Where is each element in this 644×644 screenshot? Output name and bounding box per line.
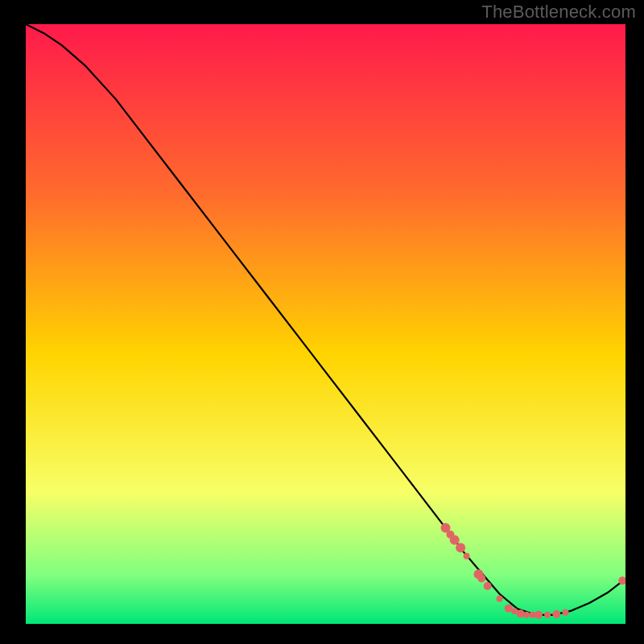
attribution-text: TheBottleneck.com bbox=[481, 2, 636, 23]
chart-svg bbox=[26, 24, 625, 624]
plot-area bbox=[26, 24, 625, 624]
data-marker bbox=[523, 612, 530, 618]
chart-container: TheBottleneck.com bbox=[0, 0, 644, 644]
data-marker bbox=[563, 609, 569, 616]
data-marker bbox=[450, 535, 460, 545]
data-marker bbox=[552, 610, 560, 618]
data-marker bbox=[544, 612, 551, 618]
data-marker bbox=[456, 543, 465, 552]
data-marker bbox=[464, 553, 470, 559]
data-marker bbox=[497, 596, 503, 602]
gradient-background bbox=[26, 24, 625, 624]
data-marker bbox=[477, 574, 485, 582]
data-marker bbox=[484, 582, 492, 590]
data-marker bbox=[517, 609, 525, 617]
data-marker bbox=[535, 611, 543, 619]
